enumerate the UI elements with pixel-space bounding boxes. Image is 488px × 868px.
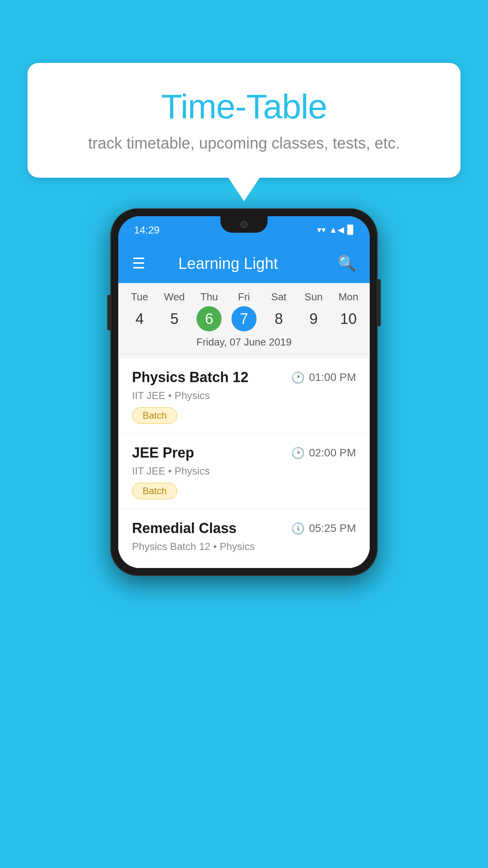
schedule-list: Physics Batch 12 🕐 01:00 PM IIT JEE • Ph… — [118, 358, 370, 568]
clock-icon-2: 🕑 — [291, 447, 305, 460]
schedule-item-1-sub: IIT JEE • Physics — [132, 390, 356, 402]
status-icons: ▾▾ ▲◀ ▉ — [317, 225, 354, 235]
day-header-fri: Fri — [227, 291, 262, 303]
speech-bubble-card: Time-Table track timetable, upcoming cla… — [28, 63, 460, 178]
battery-icon: ▉ — [347, 225, 354, 235]
day-header-thu: Thu — [192, 291, 227, 303]
schedule-item-2-name: JEE Prep — [132, 445, 194, 461]
schedule-item-3[interactable]: Remedial Class 🕔 05:25 PM Physics Batch … — [118, 509, 370, 568]
schedule-item-1-name: Physics Batch 12 — [132, 369, 248, 386]
day-headers: Tue Wed Thu Fri Sat Sun Mon — [118, 291, 370, 303]
status-time: 14:29 — [134, 224, 160, 236]
schedule-item-3-time: 🕔 05:25 PM — [291, 522, 356, 535]
day-6-today[interactable]: 6 — [196, 306, 222, 331]
day-5[interactable]: 5 — [162, 306, 187, 331]
phone-frame: 14:29 ▾▾ ▲◀ ▉ ☰ Learning Light 🔍 Tu — [110, 208, 378, 576]
schedule-item-3-sub: Physics Batch 12 • Physics — [132, 541, 356, 553]
schedule-item-1-header: Physics Batch 12 🕐 01:00 PM — [132, 369, 356, 386]
feature-subtitle: track timetable, upcoming classes, tests… — [59, 134, 429, 152]
schedule-item-2-header: JEE Prep 🕑 02:00 PM — [132, 445, 356, 461]
feature-title: Time-Table — [59, 86, 429, 127]
schedule-item-2[interactable]: JEE Prep 🕑 02:00 PM IIT JEE • Physics Ba… — [118, 434, 370, 509]
schedule-item-1[interactable]: Physics Batch 12 🕐 01:00 PM IIT JEE • Ph… — [118, 358, 370, 434]
speech-bubble-arrow — [228, 178, 260, 201]
camera — [240, 221, 248, 228]
day-10[interactable]: 10 — [336, 306, 361, 331]
wifi-icon: ▾▾ — [317, 225, 326, 235]
day-header-wed: Wed — [157, 291, 192, 303]
schedule-item-2-time: 🕑 02:00 PM — [291, 447, 356, 460]
clock-icon-3: 🕔 — [291, 522, 305, 535]
signal-icon: ▲◀ — [329, 225, 344, 235]
app-title: Learning Light — [130, 255, 326, 272]
selected-date: Friday, 07 June 2019 — [118, 336, 370, 354]
speech-bubble-section: Time-Table track timetable, upcoming cla… — [28, 63, 460, 201]
day-8[interactable]: 8 — [266, 306, 292, 331]
status-bar: 14:29 ▾▾ ▲◀ ▉ — [118, 216, 370, 244]
phone-mockup: 14:29 ▾▾ ▲◀ ▉ ☰ Learning Light 🔍 Tu — [110, 208, 378, 576]
day-header-sun: Sun — [296, 291, 331, 303]
day-header-mon: Mon — [331, 291, 366, 303]
calendar-week: Tue Wed Thu Fri Sat Sun Mon 4 5 6 7 8 9 … — [118, 283, 370, 358]
clock-icon-1: 🕐 — [291, 371, 305, 384]
batch-tag-1: Batch — [132, 407, 177, 424]
day-4[interactable]: 4 — [127, 306, 152, 331]
schedule-item-2-sub: IIT JEE • Physics — [132, 465, 356, 477]
phone-screen: 14:29 ▾▾ ▲◀ ▉ ☰ Learning Light 🔍 Tu — [118, 216, 370, 568]
schedule-item-1-time: 🕐 01:00 PM — [291, 371, 356, 384]
phone-notch — [220, 216, 268, 233]
schedule-item-3-name: Remedial Class — [132, 520, 237, 537]
day-9[interactable]: 9 — [301, 306, 326, 331]
search-icon[interactable]: 🔍 — [338, 255, 356, 272]
day-header-sat: Sat — [261, 291, 296, 303]
day-header-tue: Tue — [122, 291, 157, 303]
batch-tag-2: Batch — [132, 483, 177, 499]
app-bar: ☰ Learning Light 🔍 — [118, 244, 370, 283]
day-numbers: 4 5 6 7 8 9 10 — [118, 306, 370, 331]
day-7-selected[interactable]: 7 — [231, 306, 257, 331]
schedule-item-3-header: Remedial Class 🕔 05:25 PM — [132, 520, 356, 537]
